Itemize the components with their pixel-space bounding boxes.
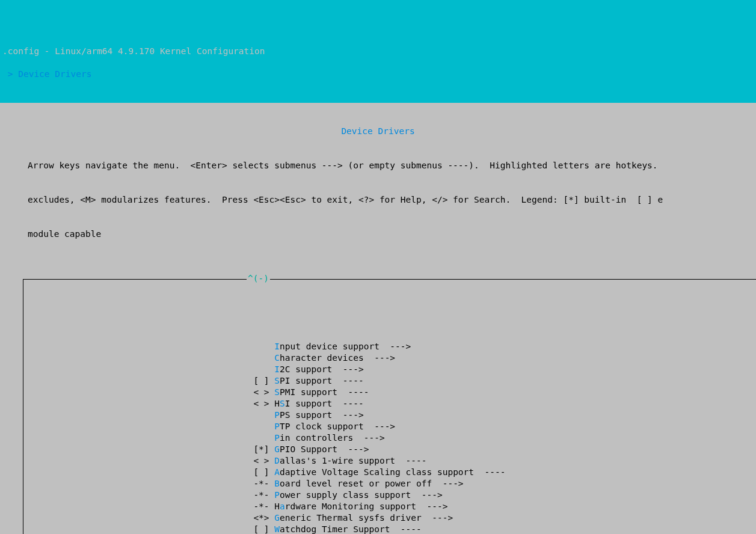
- hotkey-char: D: [274, 456, 280, 465]
- hotkey-char: I: [274, 342, 280, 351]
- menu-item-label: PTP clock support --->: [253, 422, 395, 431]
- menu-item-label: [ ] Watchdog Timer Support ----: [253, 524, 421, 534]
- main-panel: Device Drivers Arrow keys navigate the m…: [0, 103, 756, 534]
- hotkey-char: P: [274, 410, 280, 420]
- menu-item[interactable]: -*- Power supply class support --->: [28, 489, 756, 501]
- menu-item[interactable]: Pin controllers --->: [28, 432, 756, 444]
- hotkey-char: G: [274, 444, 280, 454]
- menu-item[interactable]: Input device support --->: [28, 341, 756, 352]
- menu-item[interactable]: [ ] Adaptive Voltage Scaling class suppo…: [28, 467, 756, 478]
- menu-item-label: [ ] Adaptive Voltage Scaling class suppo…: [253, 467, 505, 477]
- hotkey-char: P: [274, 490, 280, 500]
- page-title: Device Drivers: [0, 126, 756, 137]
- menu-item-label: -*- Power supply class support --->: [253, 490, 442, 500]
- menu-item[interactable]: -*- Hardware Monitoring support --->: [28, 501, 756, 512]
- hotkey-char: W: [274, 524, 280, 534]
- menu-item-label: < > HSI support ----: [253, 399, 363, 408]
- hotkey-char: A: [274, 467, 280, 477]
- menu-item[interactable]: < > SPMI support ----: [28, 387, 756, 398]
- menu-item-label: -*- Board level reset or power off --->: [253, 479, 463, 488]
- hotkey-char: C: [274, 353, 280, 363]
- hotkey-char: P: [274, 433, 280, 443]
- scroll-up-indicator: ^(-): [247, 273, 270, 284]
- hotkey-char: S: [280, 399, 285, 408]
- menu-item-label: [ ] SPI support ----: [253, 376, 363, 385]
- menu-item-label: PPS support --->: [253, 410, 363, 420]
- menu-item-label: Input device support --->: [253, 342, 411, 351]
- menu-item-label: -*- Hardware Monitoring support --->: [253, 502, 447, 511]
- hotkey-char: S: [274, 376, 280, 385]
- hotkey-char: P: [274, 422, 280, 431]
- menu-item-label: Pin controllers --->: [253, 433, 384, 443]
- menu-item[interactable]: <*> Generic Thermal sysfs driver --->: [28, 512, 756, 524]
- menu-item-label: <*> Generic Thermal sysfs driver --->: [253, 513, 453, 523]
- menu-item[interactable]: I2C support --->: [28, 364, 756, 375]
- help-line-2: excludes, <M> modularizes features. Pres…: [0, 194, 756, 206]
- menu-item[interactable]: < > HSI support ----: [28, 398, 756, 410]
- hotkey-char: a: [280, 502, 285, 511]
- menu-box: ^(-) Input device support ---> Character…: [0, 279, 756, 534]
- menu-item[interactable]: PTP clock support --->: [28, 421, 756, 432]
- menu-item[interactable]: Character devices --->: [28, 352, 756, 364]
- menu-list[interactable]: Input device support ---> Character devi…: [0, 336, 756, 534]
- menu-item-label: Character devices --->: [253, 353, 395, 363]
- menu-border-top: [23, 279, 756, 280]
- menu-item[interactable]: -*- Board level reset or power off --->: [28, 478, 756, 489]
- menu-item-label: < > SPMI support ----: [253, 387, 369, 397]
- menu-item-label: < > Dallas's 1-wire support ----: [253, 456, 426, 465]
- menu-item-label: I2C support --->: [253, 364, 363, 374]
- menu-item[interactable]: [ ] Watchdog Timer Support ----: [28, 524, 756, 534]
- menu-item[interactable]: < > Dallas's 1-wire support ----: [28, 455, 756, 467]
- menu-item-label: [*] GPIO Support --->: [253, 444, 369, 454]
- menu-item[interactable]: [ ] SPI support ----: [28, 375, 756, 387]
- hotkey-char: B: [274, 479, 280, 488]
- breadcrumb: > Device Drivers: [0, 69, 756, 80]
- menu-item[interactable]: [*] GPIO Support --->: [28, 444, 756, 455]
- menu-border-left: [23, 279, 23, 534]
- hotkey-char: I: [274, 364, 280, 374]
- title-bar: .config - Linux/arm64 4.9.170 Kernel Con…: [0, 46, 756, 57]
- help-line-3: module capable: [0, 229, 756, 240]
- hotkey-char: G: [274, 513, 280, 523]
- hotkey-char: S: [274, 387, 280, 397]
- help-line-1: Arrow keys navigate the menu. <Enter> se…: [0, 160, 756, 171]
- menu-item[interactable]: PPS support --->: [28, 410, 756, 421]
